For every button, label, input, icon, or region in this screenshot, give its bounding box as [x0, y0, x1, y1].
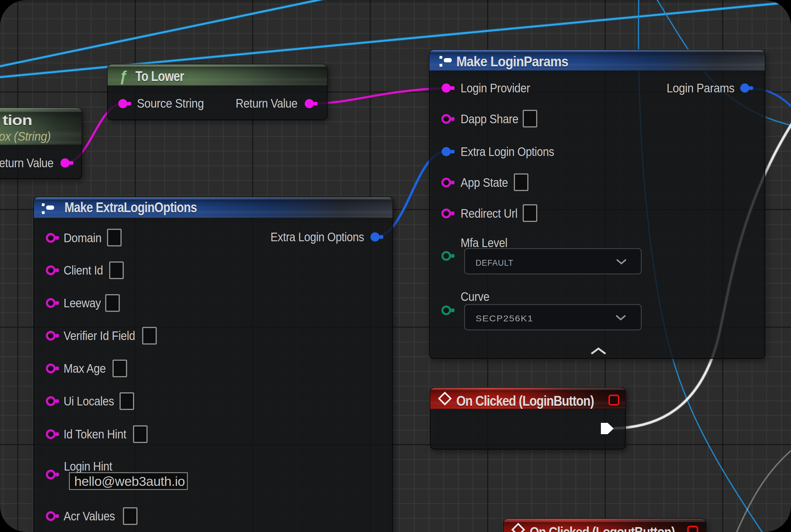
svg-text:Leeway: Leeway: [63, 296, 101, 310]
svg-text:Extra Login Options: Extra Login Options: [270, 230, 364, 244]
svg-text:App State: App State: [461, 176, 508, 189]
svg-text:Id Token Hint: Id Token Hint: [63, 428, 126, 441]
svg-text:On Clicked (LogoutButton): On Clicked (LogoutButton): [530, 524, 675, 532]
svg-text:To Lower: To Lower: [135, 68, 184, 84]
svg-text:Make LoginParams: Make LoginParams: [456, 54, 568, 70]
svg-text:Acr Values: Acr Values: [63, 509, 115, 523]
svg-text:tion: tion: [2, 112, 32, 128]
svg-text:Ui Locales: Ui Locales: [63, 394, 114, 408]
svg-text:Client Id: Client Id: [63, 264, 103, 277]
svg-text:hello@web3auth.io: hello@web3auth.io: [74, 474, 185, 489]
svg-text:Make ExtraLoginOptions: Make ExtraLoginOptions: [64, 200, 197, 215]
svg-text:Dapp Share: Dapp Share: [461, 112, 518, 126]
svg-text:Login Params: Login Params: [667, 81, 734, 95]
svg-text:eturn Value: eturn Value: [0, 156, 54, 170]
svg-text:Domain: Domain: [63, 231, 101, 245]
svg-text:Redirect Url: Redirect Url: [461, 207, 518, 220]
svg-text:On Clicked (LoginButton): On Clicked (LoginButton): [456, 393, 594, 409]
svg-text:Source String: Source String: [137, 97, 204, 110]
svg-text:ox (String): ox (String): [0, 130, 51, 143]
svg-text:ƒ: ƒ: [119, 68, 128, 84]
svg-text:Extra Login Options: Extra Login Options: [461, 145, 554, 158]
svg-text:Mfa Level: Mfa Level: [461, 236, 507, 249]
svg-text:SECP256K1: SECP256K1: [476, 314, 533, 323]
svg-text:Return Value: Return Value: [236, 97, 297, 110]
svg-text:Verifier Id Field: Verifier Id Field: [63, 329, 135, 342]
svg-text:DEFAULT: DEFAULT: [476, 258, 514, 268]
svg-text:Login Hint: Login Hint: [64, 459, 112, 473]
svg-text:Curve: Curve: [461, 290, 489, 303]
svg-text:Login Provider: Login Provider: [461, 81, 530, 95]
svg-text:Max Age: Max Age: [63, 362, 106, 375]
